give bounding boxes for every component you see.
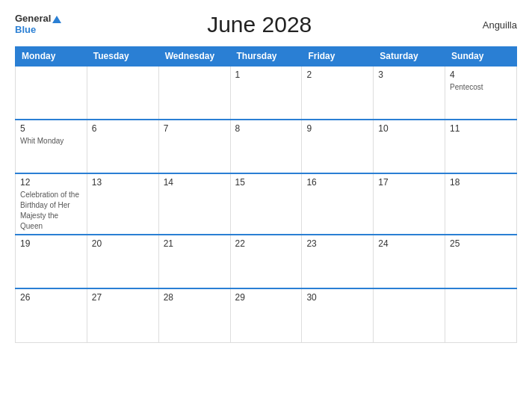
calendar-week-2: 5Whit Monday67891011 [16,120,517,173]
col-saturday: Saturday [374,47,445,67]
day-number: 19 [20,238,82,249]
header: General Blue June 2028 Anguilla [15,12,517,37]
day-number: 13 [92,177,154,188]
day-number: 10 [378,123,440,134]
calendar-week-3: 12Celebration of the Birthday of Her Maj… [16,173,517,235]
day-number: 27 [92,292,154,303]
day-number: 26 [20,292,82,303]
calendar-cell: 5Whit Monday [16,120,87,173]
col-thursday: Thursday [230,47,302,67]
day-number: 29 [235,292,297,303]
calendar-cell: 4Pentecost [445,66,517,120]
calendar-cell: 29 [230,288,302,342]
calendar-cell: 6 [87,120,158,173]
calendar-body: 1234Pentecost5Whit Monday6789101112Celeb… [16,66,517,342]
logo: General Blue [15,13,61,36]
day-number: 18 [450,177,512,188]
calendar-cell: 25 [445,235,517,288]
col-wednesday: Wednesday [158,47,230,67]
logo-triangle-icon [52,16,61,23]
col-friday: Friday [302,47,374,67]
day-number: 14 [164,177,226,188]
calendar-cell [16,66,87,120]
calendar-cell: 2 [302,66,374,120]
day-number: 1 [235,69,297,80]
calendar-cell: 17 [374,173,445,235]
calendar-cell [158,66,230,120]
day-number: 28 [164,292,226,303]
day-number: 24 [378,238,440,249]
col-tuesday: Tuesday [87,47,158,67]
calendar-cell: 23 [302,235,374,288]
calendar-cell [374,288,445,342]
day-number: 21 [164,238,226,249]
logo-general-text: General [15,13,51,25]
day-number: 16 [306,177,368,188]
event-label: Celebration of the Birthday of Her Majes… [20,191,79,230]
calendar-cell: 20 [87,235,158,288]
calendar-cell: 27 [87,288,158,342]
day-number: 25 [450,238,512,249]
calendar-week-4: 19202122232425 [16,235,517,288]
calendar-cell: 18 [445,173,517,235]
day-number: 22 [235,238,297,249]
day-number: 4 [450,69,512,80]
calendar-cell: 14 [158,173,230,235]
day-number: 20 [92,238,154,249]
calendar-title: June 2028 [61,12,457,37]
calendar-cell: 24 [374,235,445,288]
calendar-cell: 8 [230,120,302,173]
calendar-cell [87,66,158,120]
day-number: 23 [306,238,368,249]
day-number: 8 [235,123,297,134]
calendar-table: Monday Tuesday Wednesday Thursday Friday… [15,46,517,343]
calendar-week-5: 2627282930 [16,288,517,342]
event-label: Whit Monday [20,137,64,145]
country-label: Anguilla [457,19,517,31]
calendar-cell: 15 [230,173,302,235]
day-number: 2 [306,69,368,80]
calendar-cell: 12Celebration of the Birthday of Her Maj… [16,173,87,235]
header-row: Monday Tuesday Wednesday Thursday Friday… [16,47,517,67]
calendar-cell: 21 [158,235,230,288]
calendar-cell: 30 [302,288,374,342]
day-number: 17 [378,177,440,188]
day-number: 6 [92,123,154,134]
col-sunday: Sunday [445,47,517,67]
event-label: Pentecost [450,83,483,91]
calendar-cell: 9 [302,120,374,173]
calendar-week-1: 1234Pentecost [16,66,517,120]
calendar-cell: 13 [87,173,158,235]
calendar-cell: 22 [230,235,302,288]
calendar-cell: 16 [302,173,374,235]
calendar-cell: 26 [16,288,87,342]
calendar-header: Monday Tuesday Wednesday Thursday Friday… [16,47,517,67]
calendar-cell: 19 [16,235,87,288]
logo-blue-text: Blue [15,25,61,36]
calendar-cell [445,288,517,342]
day-number: 30 [306,292,368,303]
calendar-cell: 3 [374,66,445,120]
calendar-cell: 1 [230,66,302,120]
calendar-page: General Blue June 2028 Anguilla Monday T… [0,0,532,411]
day-number: 5 [20,123,82,134]
day-number: 12 [20,177,82,188]
day-number: 9 [306,123,368,134]
day-number: 15 [235,177,297,188]
calendar-cell: 7 [158,120,230,173]
calendar-cell: 28 [158,288,230,342]
col-monday: Monday [16,47,87,67]
calendar-cell: 11 [445,120,517,173]
calendar-cell: 10 [374,120,445,173]
day-number: 11 [450,123,512,134]
day-number: 7 [164,123,226,134]
day-number: 3 [378,69,440,80]
